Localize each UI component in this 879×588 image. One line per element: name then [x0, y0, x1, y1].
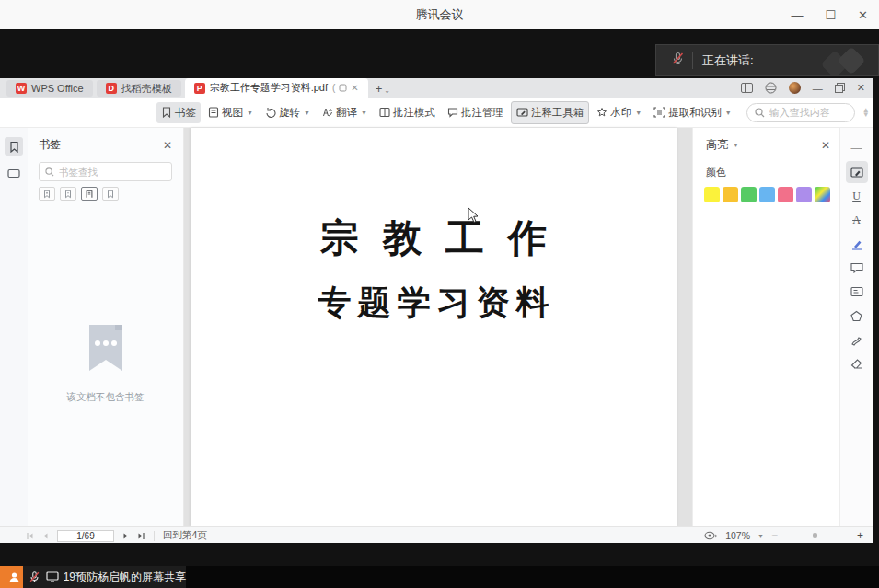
wps-restore-button[interactable]: [835, 83, 845, 93]
search-input[interactable]: [769, 107, 848, 118]
highlight-color-swatch[interactable]: [741, 187, 757, 202]
bookmarks-sidebar-button[interactable]: [5, 137, 23, 156]
meeting-close-button[interactable]: ✕: [858, 8, 868, 22]
highlight-color-swatch[interactable]: [759, 187, 775, 202]
user-avatar[interactable]: [789, 82, 801, 94]
bookmark-panel-close-button[interactable]: ✕: [163, 139, 172, 152]
zoom-out-button[interactable]: −: [771, 529, 778, 542]
pdf-page[interactable]: 宗教工作 专题学习资料: [191, 128, 677, 526]
highlight-color-swatch[interactable]: [815, 187, 830, 202]
bookmark-search-input[interactable]: [59, 167, 160, 178]
comment-mode-icon: [379, 107, 390, 118]
watermark-toolbar-button[interactable]: 水印▼: [592, 102, 646, 123]
split-view-icon[interactable]: [741, 83, 753, 93]
text-callout-tool-button[interactable]: [846, 281, 868, 303]
underline-tool-button[interactable]: U: [846, 185, 868, 207]
annotation-toolbox-button[interactable]: 注释工具箱: [511, 101, 590, 124]
document-title-line2: 专题学习资料: [191, 281, 677, 326]
bookmark-panel-title: 书签: [39, 137, 61, 153]
delete-bookmark-icon: [64, 190, 73, 199]
comment-box-icon: [850, 262, 863, 273]
highlight-color-swatch[interactable]: [704, 187, 720, 202]
bookmark-icon: [161, 107, 172, 118]
settings-globe-icon[interactable]: [765, 82, 777, 94]
edit-bookmark-icon: [106, 190, 115, 199]
insert-text-tool-button[interactable]: [846, 233, 868, 255]
highlight-color-swatch[interactable]: [796, 187, 812, 202]
mouse-cursor: [468, 207, 480, 224]
tab-close-icon[interactable]: ✕: [351, 83, 358, 93]
color-section-label: 颜色: [706, 166, 839, 179]
tab-wps-home[interactable]: W WPS Office: [6, 80, 93, 97]
eraser-tool-button[interactable]: [846, 352, 868, 375]
bookmark-empty-text: 该文档不包含书签: [28, 391, 183, 404]
comment-icon: [7, 168, 20, 179]
bookmark-search[interactable]: [39, 162, 172, 181]
pdf-file-icon: P: [194, 83, 205, 94]
find-prev-next-buttons[interactable]: ▲▼: [862, 108, 870, 117]
highlight-panel-close-button[interactable]: ✕: [821, 139, 830, 152]
bookmark-toolbar-button[interactable]: 书签: [156, 102, 201, 123]
zoom-in-button[interactable]: +: [857, 529, 863, 542]
tab-document-pdf[interactable]: P 宗教工作专题学习资料.pdf ( ✕: [185, 78, 368, 98]
speaking-label: 正在讲话:: [702, 52, 754, 69]
meeting-minimize-button[interactable]: —: [791, 8, 803, 22]
first-page-button[interactable]: [26, 532, 34, 540]
taskbar: 19预防杨启帆的屏幕共享: [0, 566, 879, 588]
new-tab-button[interactable]: +: [376, 82, 383, 96]
zoom-percent-button[interactable]: 107%: [725, 530, 750, 541]
pen-tool-button[interactable]: [846, 329, 868, 351]
pen-tool-icon: [850, 334, 863, 346]
highlight-dropdown-icon[interactable]: ▼: [733, 142, 821, 148]
speaking-indicator-panel: 正在讲话:: [655, 44, 879, 76]
extract-recognize-icon: [653, 107, 665, 118]
comments-sidebar-button[interactable]: [5, 165, 23, 183]
wps-window: W WPS Office D 找稻壳模板 P 宗教工作专题学习资料.pdf ( …: [0, 78, 873, 543]
find-in-document-search[interactable]: [746, 103, 855, 122]
edit-bookmark-button[interactable]: [102, 187, 119, 201]
translate-toolbar-button[interactable]: 翻译▼: [318, 102, 372, 123]
comment-mode-toolbar-button[interactable]: 批注模式: [375, 102, 440, 123]
zoom-slider[interactable]: [785, 531, 850, 540]
tab-list-caret-icon[interactable]: ⌄: [384, 86, 390, 95]
tab-pin-icon[interactable]: [339, 84, 347, 92]
add-bookmark-button[interactable]: [39, 187, 55, 201]
next-page-button[interactable]: [122, 532, 129, 540]
view-icon: [208, 107, 219, 118]
tab-docer-templates[interactable]: D 找稻壳模板: [97, 80, 181, 97]
meeting-maximize-button[interactable]: ☐: [825, 8, 836, 22]
screen-share-taskbar-item[interactable]: 19预防杨启帆的屏幕共享: [0, 566, 186, 588]
annotation-tool-strip: — U A: [839, 128, 873, 526]
locate-bookmark-button[interactable]: [81, 187, 98, 201]
collapse-panel-button[interactable]: —: [846, 137, 868, 159]
prev-page-button[interactable]: [42, 532, 49, 540]
document-area: 宗教工作 专题学习资料: [184, 128, 692, 526]
participants-icon: [0, 566, 23, 588]
highlight-color-swatch[interactable]: [778, 187, 793, 202]
highlight-panel-title: 高亮: [706, 137, 728, 153]
delete-bookmark-button[interactable]: [60, 187, 76, 201]
highlight-tool-button[interactable]: [846, 161, 868, 183]
wps-minimize-button[interactable]: —: [813, 83, 823, 94]
docer-logo-icon: D: [106, 83, 117, 94]
add-bookmark-icon: [42, 190, 52, 199]
zoom-slider-handle[interactable]: [813, 533, 817, 538]
page-indicator-input[interactable]: 1/69: [57, 530, 114, 542]
strikethrough-tool-button[interactable]: A: [846, 209, 868, 231]
text-callout-icon: [850, 286, 863, 297]
back-to-page-button[interactable]: 回到第4页: [163, 529, 207, 542]
extract-recognize-toolbar-button[interactable]: 提取和识别▼: [649, 102, 735, 123]
last-page-button[interactable]: [137, 532, 145, 540]
view-toolbar-button[interactable]: 视图▼: [203, 102, 258, 123]
shape-tool-button[interactable]: [846, 305, 868, 327]
rotate-toolbar-button[interactable]: 旋转▼: [260, 102, 315, 123]
tab-label: 宗教工作专题学习资料.pdf: [210, 81, 328, 95]
view-mode-icon[interactable]: [704, 531, 718, 540]
comment-manage-toolbar-button[interactable]: 批注管理: [443, 102, 508, 123]
comment-box-tool-button[interactable]: [846, 257, 868, 279]
wps-close-button[interactable]: ✕: [857, 82, 865, 94]
zoom-dropdown-icon[interactable]: ▼: [758, 533, 764, 539]
highlight-color-swatch[interactable]: [723, 187, 738, 202]
meeting-logo-watermark-icon: [817, 49, 873, 76]
comment-manage-icon: [447, 107, 458, 118]
